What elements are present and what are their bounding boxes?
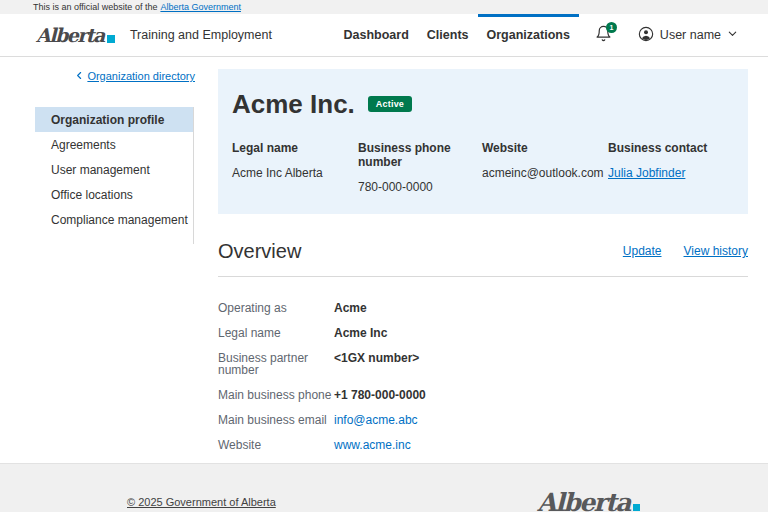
alberta-logo-square — [107, 35, 115, 43]
app-header: Alberta Training and Employment Dashboar… — [0, 14, 768, 57]
website-link[interactable]: www.acme.inc — [334, 439, 411, 451]
main-nav: Dashboard Clients Organizations — [335, 14, 579, 56]
detail-label: Legal name — [218, 327, 334, 339]
detail-value: Acme Inc — [334, 327, 387, 339]
sidebar-item-office-locations[interactable]: Office locations — [35, 182, 193, 207]
business-contact-link[interactable]: Julia Jobfinder — [608, 166, 685, 180]
field-label: Website — [482, 141, 608, 155]
chevron-down-icon — [727, 28, 738, 42]
alberta-logo-square — [633, 504, 640, 511]
page: This is an official website of the Alber… — [0, 0, 768, 512]
detail-label: Website — [218, 439, 334, 451]
organization-directory-back-link[interactable]: Organization directory — [87, 70, 195, 82]
overview-section-header: Overview Update View history — [218, 240, 748, 263]
field-label: Legal name — [232, 141, 358, 155]
user-name-label: User name — [660, 28, 721, 42]
alberta-logo: Alberta — [36, 14, 115, 56]
field-value: Acme Inc Alberta — [232, 166, 358, 180]
sidebar-item-user-management[interactable]: User management — [35, 157, 193, 182]
notifications-button[interactable]: 1 — [595, 14, 612, 56]
update-link[interactable]: Update — [623, 244, 662, 258]
sidebar: Organization directory Organization prof… — [0, 57, 218, 463]
footer: © 2025 Government of Alberta Alberta — [0, 463, 768, 512]
official-website-banner: This is an official website of the Alber… — [0, 0, 768, 14]
alberta-logo-wordmark: Alberta — [537, 490, 630, 512]
banner-text: This is an official website of the — [33, 2, 157, 12]
field-value: 780-000-0000 — [358, 180, 482, 194]
field-legal-name: Legal name Acme Inc Alberta — [232, 141, 358, 194]
user-menu[interactable]: User name — [638, 14, 738, 56]
overview-actions: Update View history — [623, 244, 748, 258]
site-name: Training and Employment — [130, 28, 272, 42]
field-business-contact: Business contact Julia Jobfinder — [608, 141, 734, 194]
detail-row-business-partner-number: Business partner number <1GX number> — [218, 351, 748, 377]
nav-clients[interactable]: Clients — [418, 14, 478, 56]
detail-row-main-business-email: Main business email info@acme.abc — [218, 413, 748, 427]
nav-organizations[interactable]: Organizations — [478, 14, 579, 56]
detail-value: <1GX number> — [334, 352, 419, 376]
detail-label: Main business phone — [218, 389, 334, 401]
field-label: Business phone number — [358, 141, 482, 169]
sidebar-item-organization-profile[interactable]: Organization profile — [35, 107, 193, 132]
view-history-link[interactable]: View history — [684, 244, 748, 258]
notification-count-badge: 1 — [606, 22, 617, 33]
detail-row-website: Website www.acme.inc — [218, 438, 748, 452]
detail-row-legal-name: Legal name Acme Inc — [218, 326, 748, 340]
section-divider — [218, 276, 748, 277]
field-label: Business contact — [608, 141, 734, 155]
organization-fields: Legal name Acme Inc Alberta Business pho… — [232, 141, 734, 200]
business-email-link[interactable]: info@acme.abc — [334, 414, 418, 426]
detail-label: Operating as — [218, 302, 334, 314]
detail-row-operating-as: Operating as Acme — [218, 301, 748, 315]
detail-row-main-business-phone: Main business phone +1 780-000-0000 — [218, 388, 748, 402]
user-avatar-icon — [638, 26, 654, 45]
sidebar-item-agreements[interactable]: Agreements — [35, 132, 193, 157]
organization-title-row: Acme Inc. Active — [232, 90, 734, 119]
organization-name: Acme Inc. — [232, 90, 355, 119]
overview-details: Operating as Acme Legal name Acme Inc Bu… — [218, 301, 748, 452]
alberta-logo-wordmark: Alberta — [36, 26, 104, 45]
organization-summary-card: Acme Inc. Active Legal name Acme Inc Alb… — [218, 69, 748, 214]
field-business-phone: Business phone number 780-000-0000 — [358, 141, 482, 194]
detail-label: Main business email — [218, 414, 334, 426]
overview-title: Overview — [218, 240, 301, 263]
chevron-left-icon — [75, 70, 84, 82]
footer-alberta-logo: Alberta — [537, 490, 640, 512]
back-link-row: Organization directory — [0, 70, 195, 82]
alberta-government-link[interactable]: Alberta Government — [160, 2, 241, 12]
content: Acme Inc. Active Legal name Acme Inc Alb… — [218, 57, 768, 463]
nav-dashboard[interactable]: Dashboard — [335, 14, 418, 56]
status-badge: Active — [368, 96, 412, 112]
field-website: Website acmeinc@outlook.com — [482, 141, 608, 194]
sidebar-menu: Organization profile Agreements User man… — [35, 107, 194, 244]
copyright-link[interactable]: © 2025 Government of Alberta — [127, 496, 276, 508]
sidebar-item-compliance-management[interactable]: Compliance management — [35, 207, 193, 232]
detail-value: Acme — [334, 302, 367, 314]
detail-value: +1 780-000-0000 — [334, 389, 426, 401]
field-value: acmeinc@outlook.com — [482, 166, 608, 180]
main-area: Organization directory Organization prof… — [0, 57, 768, 463]
detail-label: Business partner number — [218, 352, 334, 376]
